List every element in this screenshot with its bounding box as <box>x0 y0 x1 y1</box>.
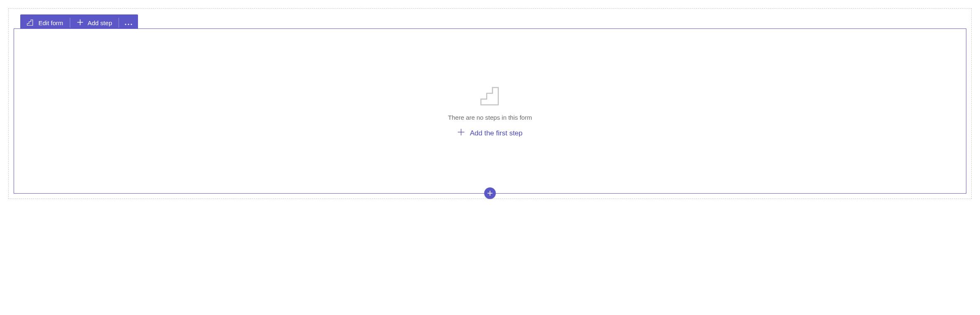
form-icon <box>27 19 34 27</box>
svg-point-2 <box>125 24 126 25</box>
steps-empty-icon <box>478 84 502 109</box>
svg-point-3 <box>128 24 129 25</box>
plus-icon <box>457 128 465 138</box>
empty-state-message: There are no steps in this form <box>448 114 532 121</box>
empty-state: There are no steps in this form Add the … <box>448 84 532 138</box>
ellipsis-icon <box>125 19 132 26</box>
add-first-step-label: Add the first step <box>470 129 523 137</box>
add-first-step-button[interactable]: Add the first step <box>457 128 523 138</box>
svg-point-4 <box>131 24 132 25</box>
add-section-fab[interactable] <box>484 187 496 199</box>
form-canvas-outer: Edit form Add step <box>8 8 972 199</box>
plus-icon <box>77 19 83 27</box>
edit-form-label: Edit form <box>38 19 63 26</box>
form-steps-panel: There are no steps in this form Add the … <box>14 28 966 194</box>
add-step-label: Add step <box>88 19 112 26</box>
plus-icon <box>487 190 493 196</box>
